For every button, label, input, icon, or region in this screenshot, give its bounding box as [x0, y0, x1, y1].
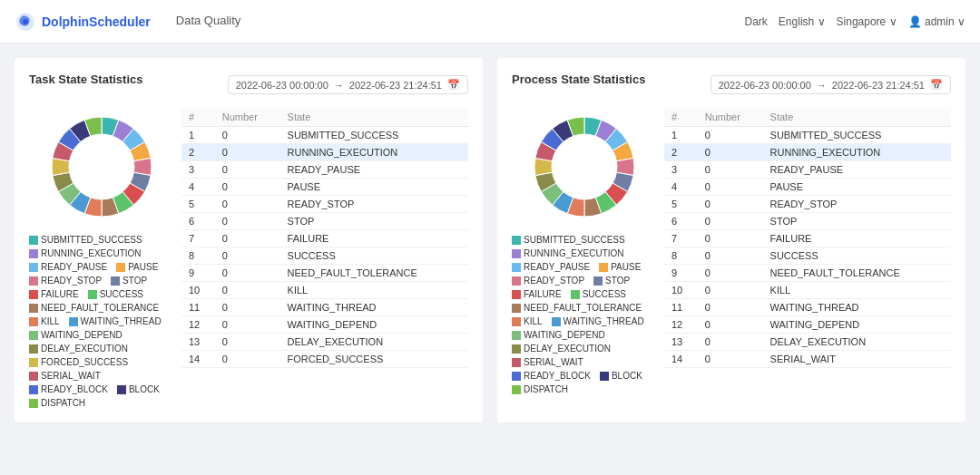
- row-number: 0: [215, 351, 280, 368]
- process-date-range[interactable]: 2022-06-23 00:00:00 → 2022-06-23 21:24:5…: [710, 75, 951, 94]
- row-state: STOP: [763, 213, 951, 230]
- table-row: 7 0 FAILURE: [664, 230, 951, 247]
- legend-label: READY_PAUSE: [524, 262, 590, 272]
- table-row: 9 0 NEED_FAULT_TOLERANCE: [664, 265, 951, 282]
- legend-item: SUBMITTED_SUCCESS: [512, 235, 625, 245]
- legend-label: RUNNING_EXECUTION: [524, 248, 624, 258]
- legend-item: STOP: [593, 276, 630, 286]
- legend-color: [29, 385, 38, 394]
- row-id: 10: [664, 282, 698, 299]
- row-id: 6: [664, 213, 698, 230]
- row-number: 0: [698, 334, 763, 351]
- legend-label: WAITING_THREAD: [564, 316, 644, 326]
- row-number: 0: [698, 161, 763, 179]
- region-selector[interactable]: Singapore ∨: [837, 15, 897, 28]
- table-row: 8 0 SUCCESS: [664, 247, 951, 265]
- process-panel-header: Process State Statistics 2022-06-23 00:0…: [512, 73, 951, 97]
- legend-item: WAITING_DEPEND: [512, 330, 605, 340]
- row-id: 14: [181, 351, 215, 368]
- process-chart-area: SUBMITTED_SUCCESSRUNNING_EXECUTIONREADY_…: [512, 108, 657, 394]
- row-state: RUNNING_EXECUTION: [280, 144, 468, 161]
- row-id: 10: [181, 282, 215, 299]
- legend-color: [512, 276, 521, 286]
- legend-item: PAUSE: [116, 262, 158, 272]
- legend-color: [29, 249, 38, 258]
- legend-label: PAUSE: [611, 262, 641, 272]
- legend-label: NEED_FAULT_TOLERANCE: [41, 303, 159, 313]
- task-col-number: Number: [215, 108, 280, 127]
- legend-color: [512, 358, 521, 367]
- row-state: READY_STOP: [280, 196, 468, 213]
- row-state: SUBMITTED_SUCCESS: [280, 127, 468, 144]
- table-row: 14 0 SERIAL_WAIT: [664, 351, 951, 368]
- row-id: 9: [181, 265, 215, 282]
- row-number: 0: [698, 196, 763, 213]
- nav-item-data-quality[interactable]: Data Quality: [165, 0, 252, 44]
- row-state: NEED_FAULT_TOLERANCE: [763, 265, 951, 282]
- row-id: 12: [181, 316, 215, 334]
- process-calendar-icon[interactable]: 📅: [930, 79, 943, 91]
- process-donut-chart: [525, 108, 643, 226]
- row-state: DELAY_EXECUTION: [763, 334, 951, 351]
- legend-item: DISPATCH: [29, 398, 85, 408]
- row-number: 0: [698, 179, 763, 196]
- row-state: SERIAL_WAIT: [763, 351, 951, 368]
- legend-label: READY_STOP: [524, 276, 584, 286]
- theme-toggle[interactable]: Dark: [745, 15, 768, 28]
- legend-label: DELAY_EXECUTION: [41, 344, 128, 354]
- legend-label: WAITING_DEPEND: [41, 330, 122, 340]
- legend-color: [29, 399, 38, 408]
- legend-color: [512, 317, 521, 326]
- row-state: FORCED_SUCCESS: [280, 351, 468, 368]
- row-number: 0: [215, 213, 280, 230]
- task-stats-table: # Number State 1 0 SUBMITTED_SUCCESS 2 0…: [181, 108, 468, 368]
- task-calendar-icon[interactable]: 📅: [447, 79, 460, 91]
- legend-label: FAILURE: [524, 289, 562, 299]
- legend-color: [512, 290, 521, 299]
- legend-color: [29, 344, 38, 354]
- legend-color: [29, 372, 38, 381]
- user-menu[interactable]: 👤 admin ∨: [908, 15, 965, 28]
- legend-label: DISPATCH: [41, 398, 85, 408]
- legend-color: [29, 331, 38, 340]
- row-id: 9: [664, 265, 698, 282]
- legend-color: [512, 331, 521, 340]
- row-number: 0: [215, 127, 280, 144]
- legend-item: READY_STOP: [29, 276, 102, 286]
- table-row: 9 0 NEED_FAULT_TOLERANCE: [181, 265, 468, 282]
- task-date-range[interactable]: 2022-06-23 00:00:00 → 2022-06-23 21:24:5…: [228, 75, 468, 94]
- legend-color: [69, 317, 78, 326]
- process-table-area: # Number State 1 0 SUBMITTED_SUCCESS 2 0…: [664, 108, 951, 394]
- row-id: 12: [664, 316, 698, 334]
- table-row: 11 0 WAITING_THREAD: [664, 299, 951, 316]
- legend-label: SUBMITTED_SUCCESS: [524, 235, 625, 245]
- row-id: 3: [664, 161, 698, 179]
- process-panel-title: Process State Statistics: [512, 73, 645, 86]
- legend-label: WAITING_THREAD: [81, 316, 162, 326]
- row-id: 1: [664, 127, 698, 144]
- legend-label: FORCED_SUCCESS: [41, 357, 128, 367]
- row-number: 0: [215, 299, 280, 316]
- language-selector[interactable]: English ∨: [779, 15, 826, 28]
- row-number: 0: [215, 144, 280, 161]
- row-id: 2: [181, 144, 215, 161]
- process-table-body: 1 0 SUBMITTED_SUCCESS 2 0 RUNNING_EXECUT…: [664, 127, 951, 368]
- task-chart-area: SUBMITTED_SUCCESSRUNNING_EXECUTIONREADY_…: [29, 108, 174, 408]
- row-number: 0: [698, 265, 763, 282]
- legend-label: SUBMITTED_SUCCESS: [41, 235, 142, 245]
- row-number: 0: [215, 334, 280, 351]
- legend-label: SERIAL_WAIT: [524, 357, 583, 367]
- table-row: 4 0 PAUSE: [664, 179, 951, 196]
- table-row: 1 0 SUBMITTED_SUCCESS: [664, 127, 951, 144]
- legend-color: [29, 263, 38, 272]
- process-col-hash: #: [664, 108, 698, 127]
- legend-item: SUCCESS: [571, 289, 626, 299]
- row-state: WAITING_THREAD: [280, 299, 468, 316]
- table-row: 11 0 WAITING_THREAD: [181, 299, 468, 316]
- task-legend: SUBMITTED_SUCCESSRUNNING_EXECUTIONREADY_…: [29, 235, 174, 408]
- legend-color: [29, 317, 38, 326]
- task-col-state: State: [280, 108, 468, 127]
- task-col-hash: #: [181, 108, 215, 127]
- row-id: 5: [664, 196, 698, 213]
- legend-label: RUNNING_EXECUTION: [41, 248, 142, 258]
